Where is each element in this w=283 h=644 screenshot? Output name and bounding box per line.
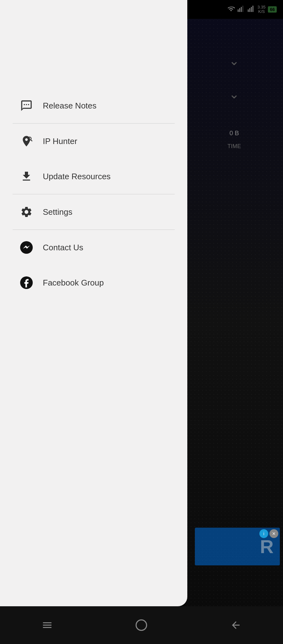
facebook-group-icon: [19, 275, 34, 290]
ip-hunter-label: IP Hunter: [43, 136, 77, 146]
nav-bar: [0, 606, 283, 644]
contact-us-label: Contact Us: [43, 243, 83, 253]
svg-line-9: [31, 140, 32, 141]
navigation-drawer: Release Notes IP Hunter Update Resources: [0, 0, 187, 606]
chevron-down-2: ⌄: [229, 87, 240, 101]
menu-item-release-notes[interactable]: Release Notes: [0, 88, 187, 123]
update-resources-label: Update Resources: [43, 172, 110, 181]
ad-banner: i ✕ R: [195, 528, 280, 565]
release-notes-label: Release Notes: [43, 101, 97, 111]
ip-hunter-icon: [19, 134, 34, 149]
chevron-down-1: ⌄: [229, 53, 240, 68]
settings-label: Settings: [43, 207, 72, 217]
data-label: 0 B: [229, 130, 239, 137]
menu-item-contact-us[interactable]: Contact Us: [0, 230, 187, 265]
menu-item-facebook-group[interactable]: Facebook Group: [0, 265, 187, 300]
svg-point-12: [136, 620, 147, 630]
nav-home-button[interactable]: [129, 613, 154, 638]
ad-letter: R: [260, 536, 274, 558]
menu-item-settings[interactable]: Settings: [0, 194, 187, 230]
release-notes-icon: [19, 98, 34, 113]
menu-item-update-resources[interactable]: Update Resources: [0, 159, 187, 194]
update-resources-icon: [19, 169, 34, 184]
settings-menu-icon: [19, 204, 34, 219]
nav-back-button[interactable]: [223, 613, 248, 638]
nav-hamburger-button[interactable]: [35, 613, 60, 638]
time-label: TIME: [228, 143, 241, 150]
menu-item-ip-hunter[interactable]: IP Hunter: [0, 124, 187, 159]
contact-us-icon: [19, 240, 34, 255]
facebook-group-label: Facebook Group: [43, 278, 104, 288]
